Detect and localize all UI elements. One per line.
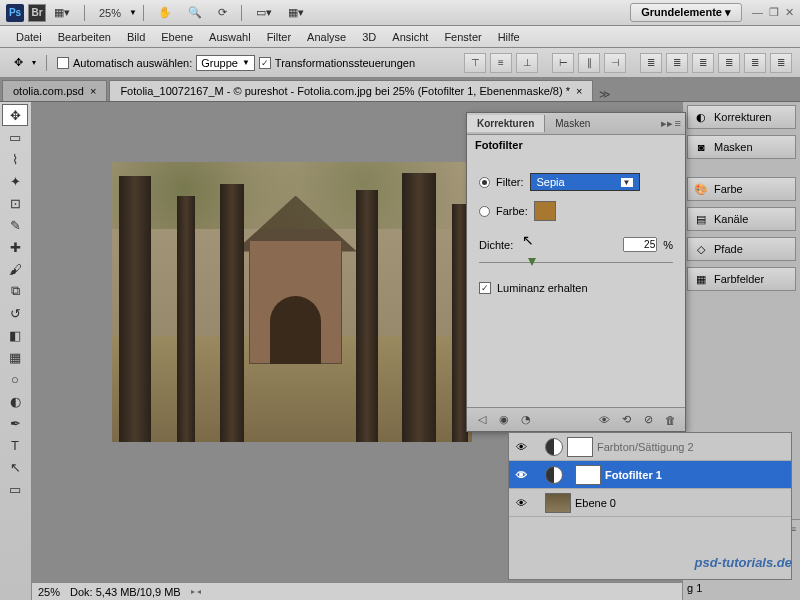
trash-icon[interactable]: 🗑 [661,412,679,428]
tab-masken[interactable]: Masken [545,115,600,132]
visibility-icon[interactable]: 👁 [595,412,613,428]
menu-ansicht[interactable]: Ansicht [384,31,436,43]
filter-radio[interactable] [479,177,490,188]
layout-dropdown[interactable]: ▦▾ [48,4,76,21]
expand-icon[interactable]: ◉ [495,412,513,428]
auto-select-dropdown[interactable]: Gruppe▼ [196,55,255,71]
marquee-tool[interactable]: ▭ [2,126,28,148]
menu-bild[interactable]: Bild [119,31,153,43]
menu-fenster[interactable]: Fenster [436,31,489,43]
maximize-icon[interactable]: ❐ [769,6,779,19]
panel-korrekturen[interactable]: ◐Korrekturen [687,105,796,129]
tab-korrekturen[interactable]: Korrekturen [467,115,545,132]
luminance-checkbox[interactable]: ✓ [479,282,491,294]
document-canvas[interactable] [112,162,472,442]
history-brush-tool[interactable]: ↺ [2,302,28,324]
rotate-view-icon[interactable]: ⟳ [212,4,233,21]
menu-bearbeiten[interactable]: Bearbeiten [50,31,119,43]
panel-farbe[interactable]: 🎨Farbe [687,177,796,201]
layer-name[interactable]: Ebene 0 [575,497,616,509]
mask-thumb[interactable] [567,437,593,457]
pen-tool[interactable]: ✒ [2,412,28,434]
menu-analyse[interactable]: Analyse [299,31,354,43]
zoom-dropdown[interactable]: 25% [93,5,127,21]
bridge-icon[interactable]: Br [28,4,46,22]
align-vcenter-icon[interactable]: ≡ [490,53,512,73]
status-zoom[interactable]: 25% [38,586,60,598]
eraser-tool[interactable]: ◧ [2,324,28,346]
workspace-switcher[interactable]: Grundelemente ▾ [630,3,742,22]
lasso-tool[interactable]: ⌇ [2,148,28,170]
menu-auswahl[interactable]: Auswahl [201,31,259,43]
menu-3d[interactable]: 3D [354,31,384,43]
doc-tab-2[interactable]: Fotolia_10072167_M - © pureshot - Fotoli… [109,80,593,101]
dist-hcenter-icon[interactable]: ≣ [744,53,766,73]
blur-tool[interactable]: ○ [2,368,28,390]
visibility-icon[interactable]: 👁 [513,441,529,453]
zoom-tool-icon[interactable]: 🔍 [182,4,208,21]
screen-mode-icon[interactable]: ▭▾ [250,4,278,21]
layer-row[interactable]: 👁 Ebene 0 [509,489,791,517]
menu-hilfe[interactable]: Hilfe [490,31,528,43]
align-right-icon[interactable]: ⊣ [604,53,626,73]
crop-tool[interactable]: ⊡ [2,192,28,214]
color-swatch[interactable] [534,201,556,221]
layer-row[interactable]: 👁 Farbton/Sättigung 2 [509,433,791,461]
dist-left-icon[interactable]: ≣ [718,53,740,73]
tab-overflow-icon[interactable]: ≫ [599,88,611,101]
close-icon[interactable]: × [576,85,582,97]
transform-checkbox[interactable]: ✓ [259,57,271,69]
panel-farbfelder[interactable]: ▦Farbfelder [687,267,796,291]
align-left-icon[interactable]: ⊢ [552,53,574,73]
visibility-icon[interactable]: 👁 [513,497,529,509]
doc-tab-1[interactable]: otolia.com.psd× [2,80,107,101]
wand-tool[interactable]: ✦ [2,170,28,192]
align-bottom-icon[interactable]: ⊥ [516,53,538,73]
align-top-icon[interactable]: ⊤ [464,53,486,73]
collapse-icon[interactable]: ▸▸ [661,117,673,130]
layer-row-selected[interactable]: 👁 Fotofilter 1 [509,461,791,489]
move-tool[interactable]: ✥ [2,104,28,126]
reset-icon[interactable]: ⊘ [639,412,657,428]
titlebar: Ps Br ▦▾ 25%▼ ✋ 🔍 ⟳ ▭▾ ▦▾ Grundelemente … [0,0,800,26]
brush-tool[interactable]: 🖌 [2,258,28,280]
menu-filter[interactable]: Filter [259,31,299,43]
visibility-icon[interactable]: 👁 [513,469,529,481]
layer-name[interactable]: Fotofilter 1 [605,469,662,481]
arrange-icon[interactable]: ▦▾ [282,4,310,21]
dist-vcenter-icon[interactable]: ≣ [666,53,688,73]
dist-bottom-icon[interactable]: ≣ [692,53,714,73]
panel-pfade[interactable]: ◇Pfade [687,237,796,261]
stamp-tool[interactable]: ⧉ [2,280,28,302]
close-icon[interactable]: ✕ [785,6,794,19]
color-radio[interactable] [479,206,490,217]
clip-icon[interactable]: ◔ [517,412,535,428]
align-hcenter-icon[interactable]: ∥ [578,53,600,73]
statusbar: 25% Dok: 5,43 MB/10,9 MB ▸ ◂ [32,582,682,600]
density-input[interactable] [623,237,657,252]
close-icon[interactable]: × [90,85,96,97]
layer-thumb[interactable] [545,493,571,513]
dist-right-icon[interactable]: ≣ [770,53,792,73]
shape-tool[interactable]: ▭ [2,478,28,500]
density-slider[interactable] [479,256,673,270]
type-tool[interactable]: T [2,434,28,456]
filter-dropdown[interactable]: Sepia▼ [530,173,640,191]
back-icon[interactable]: ◁ [473,412,491,428]
heal-tool[interactable]: ✚ [2,236,28,258]
panel-kanale[interactable]: ▤Kanäle [687,207,796,231]
prev-state-icon[interactable]: ⟲ [617,412,635,428]
menu-datei[interactable]: Datei [8,31,50,43]
hand-tool-icon[interactable]: ✋ [152,4,178,21]
dodge-tool[interactable]: ◐ [2,390,28,412]
menu-ebene[interactable]: Ebene [153,31,201,43]
path-tool[interactable]: ↖ [2,456,28,478]
dist-top-icon[interactable]: ≣ [640,53,662,73]
panel-masken[interactable]: ◙Masken [687,135,796,159]
auto-select-checkbox[interactable] [57,57,69,69]
panel-menu-icon[interactable]: ≡ [675,117,681,130]
gradient-tool[interactable]: ▦ [2,346,28,368]
mask-thumb[interactable] [575,465,601,485]
eyedropper-tool[interactable]: ✎ [2,214,28,236]
minimize-icon[interactable]: — [752,6,763,19]
